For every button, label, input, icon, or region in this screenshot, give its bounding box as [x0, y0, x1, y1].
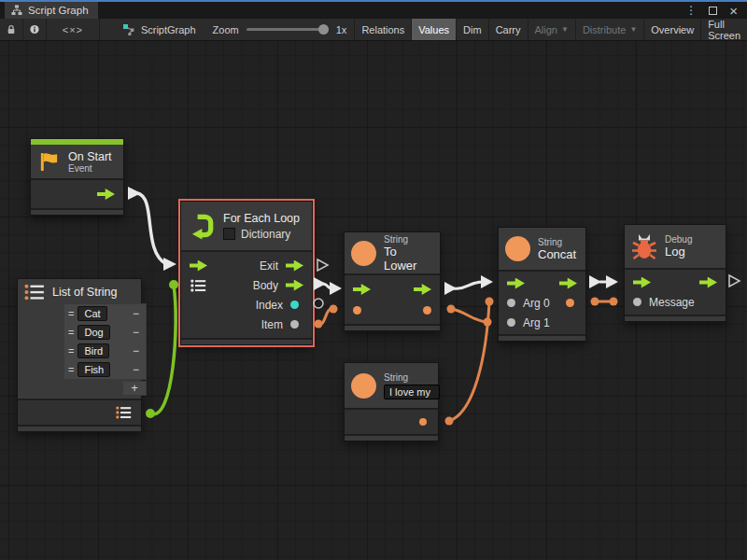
breadcrumb[interactable]: ScriptGraph — [113, 19, 205, 40]
wire-item-to-tolower — [315, 305, 338, 329]
node-string-to-lower[interactable]: String To Lower — [344, 231, 441, 331]
port-label-index: Index — [256, 299, 283, 312]
window-menu-button[interactable]: ⋮ — [685, 4, 697, 17]
lock-button[interactable] — [0, 19, 22, 40]
window-maximize-button[interactable] — [709, 7, 717, 15]
string-type-icon — [351, 373, 376, 399]
drag-handle[interactable]: = — [68, 364, 74, 375]
node-title: On Start — [68, 150, 112, 163]
string-input-port[interactable] — [353, 306, 361, 315]
message-input-port[interactable] — [633, 298, 641, 306]
remove-item-button[interactable]: − — [130, 363, 142, 376]
align-button[interactable]: Align ▼ — [528, 19, 575, 40]
flow-output-port[interactable] — [699, 277, 717, 288]
dictionary-label: Dictionary — [241, 228, 290, 241]
flow-output-port[interactable] — [97, 189, 115, 200]
string-value-field[interactable] — [384, 385, 440, 399]
node-on-start[interactable]: On Start Event — [30, 138, 124, 216]
value-output-port[interactable] — [419, 418, 427, 426]
zoom-label: Zoom — [213, 24, 239, 35]
list-output-port[interactable] — [115, 406, 133, 419]
info-button[interactable] — [23, 19, 46, 40]
chevron-down-icon: ▼ — [629, 25, 637, 34]
remove-item-button[interactable]: − — [130, 326, 142, 339]
remove-item-button[interactable]: − — [130, 344, 142, 357]
code-view-button[interactable]: <×> — [47, 19, 100, 40]
node-title: Concat — [538, 247, 576, 261]
node-category: Debug — [665, 234, 692, 245]
remove-item-button[interactable]: − — [130, 307, 142, 320]
exit-output-port[interactable] — [286, 260, 303, 272]
flow-input-port[interactable] — [353, 284, 371, 295]
loop-icon — [188, 212, 216, 240]
wire-concat-to-log — [589, 275, 618, 288]
item-output-port[interactable] — [290, 320, 299, 329]
wire-body-to-tolower — [314, 277, 342, 295]
drag-handle[interactable]: = — [68, 308, 74, 319]
body-output-port[interactable] — [286, 280, 303, 291]
list-item-value[interactable]: Dog — [78, 325, 109, 340]
log-exit-port-indicator — [729, 275, 740, 287]
node-footer — [625, 315, 726, 321]
node-string-literal[interactable]: String — [344, 362, 439, 441]
port-label-item: Item — [261, 318, 283, 331]
node-for-each-loop[interactable]: For Each Loop Dictionary Exit — [180, 201, 313, 345]
wire-literal-to-arg0 — [445, 298, 494, 426]
dictionary-checkbox[interactable] — [223, 228, 235, 240]
title-bar: Script Graph ⋮ × — [0, 2, 747, 19]
bug-icon — [631, 232, 657, 260]
zoom-slider-handle[interactable] — [318, 24, 329, 35]
collection-input-port[interactable] — [190, 279, 207, 292]
flow-input-port[interactable] — [190, 260, 207, 272]
port-label-arg1: Arg 1 — [523, 316, 550, 329]
window-close-button[interactable]: × — [729, 3, 738, 19]
distribute-button[interactable]: Distribute ▼ — [575, 19, 643, 40]
node-title: Log — [665, 245, 692, 259]
info-icon — [30, 23, 39, 35]
script-graph-icon — [122, 23, 135, 35]
flow-input-port[interactable] — [633, 277, 651, 288]
wire-list-to-foreach — [146, 280, 178, 418]
dim-button[interactable]: Dim — [456, 19, 488, 40]
arg1-input-port[interactable] — [507, 318, 515, 327]
list-item-value[interactable]: Bird — [78, 343, 109, 358]
node-string-concat[interactable]: String Concat Arg 0 Arg 1 — [498, 227, 586, 342]
values-button[interactable]: Values — [411, 19, 456, 40]
overview-button[interactable]: Overview — [643, 19, 700, 40]
add-item-button[interactable]: + — [122, 381, 147, 396]
arg0-input-port[interactable] — [507, 299, 515, 307]
node-title: List of String — [52, 286, 117, 299]
node-debug-log[interactable]: Debug Log Message — [624, 224, 726, 322]
zoom-control: Zoom 1x — [205, 19, 355, 40]
node-footer — [31, 208, 123, 215]
script-graph-window: Script Graph ⋮ × <×> — [0, 0, 747, 560]
list-item-value[interactable]: Fish — [78, 362, 110, 377]
flow-output-port[interactable] — [414, 284, 431, 295]
zoom-slider[interactable] — [247, 28, 329, 31]
result-output-port[interactable] — [423, 306, 431, 315]
hierarchy-icon — [11, 5, 22, 16]
exit-port-indicator — [317, 259, 328, 271]
fullscreen-button[interactable]: Full Screen — [700, 19, 747, 40]
tab-script-graph[interactable]: Script Graph — [5, 2, 98, 19]
node-category: String — [384, 234, 431, 245]
graph-canvas[interactable]: On Start Event List of — [0, 41, 747, 560]
drag-handle[interactable]: = — [68, 327, 74, 338]
toolbar-button-group: Relations Values Dim Carry Align ▼ Distr… — [354, 19, 747, 40]
node-category: String — [538, 237, 576, 247]
flow-input-port[interactable] — [507, 278, 525, 289]
string-type-icon — [505, 236, 530, 261]
drag-handle[interactable]: = — [68, 345, 74, 357]
index-output-port[interactable] — [290, 301, 299, 309]
list-item-row: = Bird − — [64, 342, 146, 360]
graph-toolbar: <×> ScriptGraph Zoom 1x Relations Values… — [0, 19, 747, 41]
wire-tolower-to-concat — [444, 275, 493, 295]
chevron-down-icon: ▼ — [561, 25, 569, 34]
index-port-indicator — [314, 299, 323, 308]
node-list-of-string[interactable]: List of String = Cat − = Dog − = — [17, 278, 142, 432]
flow-output-port[interactable] — [559, 278, 577, 289]
list-item-value[interactable]: Cat — [78, 306, 106, 321]
result-output-port[interactable] — [566, 299, 574, 307]
carry-button[interactable]: Carry — [488, 19, 528, 40]
relations-button[interactable]: Relations — [354, 19, 411, 40]
